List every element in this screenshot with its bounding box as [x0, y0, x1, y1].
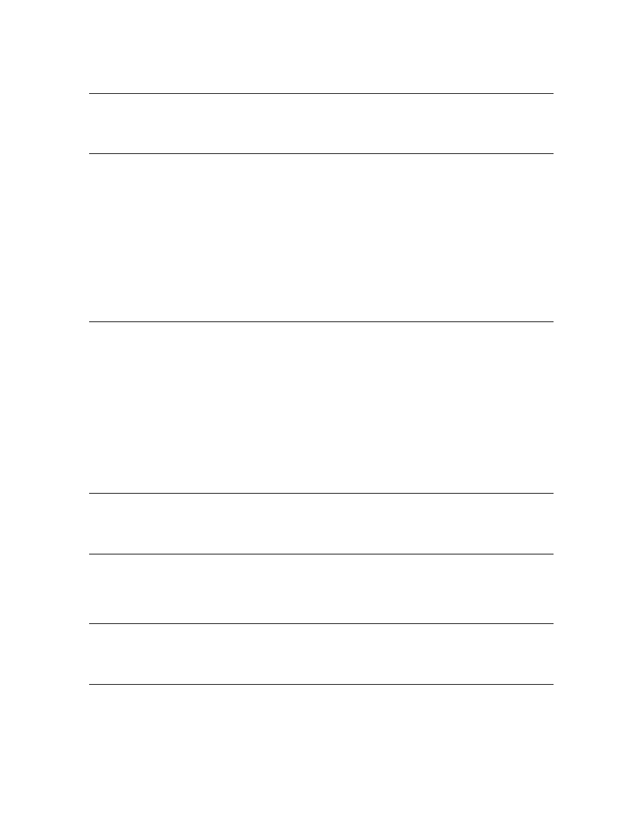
horizontal-rule — [89, 554, 554, 554]
horizontal-rule — [89, 321, 554, 322]
horizontal-rule — [89, 493, 554, 494]
horizontal-rule — [89, 153, 554, 154]
horizontal-rule — [89, 623, 554, 624]
horizontal-rule — [89, 93, 554, 94]
horizontal-rule — [89, 684, 554, 685]
